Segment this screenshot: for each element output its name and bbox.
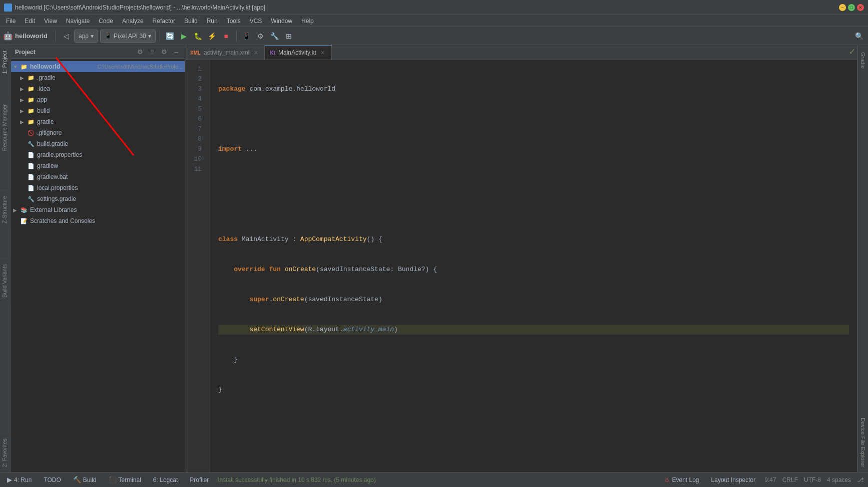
todo-status-btn[interactable]: TODO — [41, 475, 64, 484]
profiler-status-btn[interactable]: Profiler — [187, 475, 212, 484]
run-button[interactable]: ▶ — [178, 30, 190, 42]
menu-code[interactable]: Code — [95, 17, 117, 26]
root-folder-icon: 📁 — [20, 63, 28, 71]
run-status-btn[interactable]: ▶ 4: Run — [4, 475, 35, 484]
build-label: Build — [83, 476, 97, 483]
menu-help[interactable]: Help — [297, 17, 318, 26]
project-name-label: helloworld — [15, 32, 48, 40]
device-label: Pixel API 30 — [114, 33, 146, 40]
tree-item-gradle-properties[interactable]: 📄 gradle.properties — [11, 149, 185, 160]
code-editor: 1 2 3 4 5 6 7 8 9 10 11 package com.exam… — [185, 60, 857, 472]
layout-button[interactable]: ⊞ — [283, 30, 295, 42]
code-line-1: package com.example.helloworld — [218, 84, 849, 94]
tree-item-external-libs[interactable]: ▶ 📚 External Libraries — [11, 204, 185, 215]
sdk-button[interactable]: ⚙ — [255, 30, 267, 42]
menu-refactor[interactable]: Refactor — [149, 17, 179, 26]
title-text: helloworld [C:\Users\soft\AndroidStudioP… — [15, 4, 839, 11]
layout-inspector-btn[interactable]: Layout Inspector — [708, 475, 759, 484]
tree-item-scratches[interactable]: 📝 Scratches and Consoles — [11, 215, 185, 226]
ln-6: 6 — [185, 114, 206, 124]
menu-tools[interactable]: Tools — [223, 17, 245, 26]
ln-3: 3 — [185, 84, 206, 94]
z-structure-tab[interactable]: Z-Structure — [0, 190, 11, 228]
root-path: C:\Users\soft\AndroidStudioProje... — [97, 64, 183, 70]
tree-item-settings-gradle[interactable]: 🔧 settings.gradle — [11, 193, 185, 204]
tree-item-app[interactable]: ▶ 📁 app — [11, 94, 185, 105]
event-log-btn[interactable]: ⚠ Event Log — [661, 475, 702, 484]
logcat-status-btn[interactable]: 6: Logcat — [150, 475, 181, 484]
stop-button[interactable]: ■ — [220, 30, 232, 42]
code-content[interactable]: package com.example.helloworld import ..… — [210, 60, 857, 472]
panel-collapse-icon[interactable]: – — [172, 48, 181, 57]
menu-navigate[interactable]: Navigate — [62, 17, 94, 26]
build-gradle-icon: 🔧 — [27, 140, 35, 148]
search-everywhere-button[interactable]: 🔍 — [853, 30, 865, 42]
tree-item-build-gradle[interactable]: 🔧 build.gradle — [11, 138, 185, 149]
resource-manager-tab[interactable]: Resource Manager — [0, 99, 11, 156]
idea-folder-icon: 📁 — [27, 85, 35, 93]
title-bar: helloworld [C:\Users\soft\AndroidStudioP… — [0, 0, 868, 15]
app-config-dropdown[interactable]: app ▾ — [74, 30, 98, 43]
menu-bar: File Edit View Navigate Code Analyze Ref… — [0, 15, 868, 27]
maximize-button[interactable]: □ — [848, 4, 855, 11]
indent-display[interactable]: 4 spaces — [827, 476, 851, 483]
back-button[interactable]: ◁ — [60, 30, 72, 42]
ln-11: 11 — [185, 164, 206, 174]
terminal-status-btn[interactable]: ⬛ Terminal — [106, 475, 144, 484]
tree-root-item[interactable]: ▼ 📁 helloworld C:\Users\soft\AndroidStud… — [11, 61, 185, 72]
menu-analyze[interactable]: Analyze — [118, 17, 148, 26]
tab-activity-main-xml[interactable]: XML activity_main.xml ✕ — [185, 46, 265, 60]
tree-item-local-properties[interactable]: 📄 local.properties — [11, 182, 185, 193]
debug-button[interactable]: 🐛 — [192, 30, 204, 42]
menu-build[interactable]: Build — [180, 17, 202, 26]
main-toolbar: 🤖 helloworld ◁ app ▾ 📱 Pixel API 30 ▾ 🔄 … — [0, 27, 868, 45]
tree-arrow-external-libs: ▶ — [13, 207, 20, 213]
tree-item-gradlew-bat[interactable]: 📄 gradlew.bat — [11, 171, 185, 182]
device-dropdown[interactable]: 📱 Pixel API 30 ▾ — [100, 30, 156, 43]
device-file-explorer-tab[interactable]: Device File Explorer — [858, 413, 867, 472]
app-config-label: app — [79, 33, 89, 40]
project-tab[interactable]: 1: Project — [0, 45, 11, 79]
code-line-6: class MainActivity : AppCompatActivity()… — [218, 234, 849, 245]
gradle-side-tab[interactable]: Gradle — [858, 47, 867, 74]
panel-cog-icon[interactable]: ⚙ — [136, 48, 145, 57]
window-controls: – □ ✕ — [839, 4, 864, 11]
file-tree: ▼ 📁 helloworld C:\Users\soft\AndroidStud… — [11, 59, 185, 472]
build-status-btn[interactable]: 🔨 Build — [70, 475, 100, 484]
tree-item-gradle[interactable]: ▶ 📁 gradle — [11, 116, 185, 127]
charset-display[interactable]: UTF-8 — [804, 476, 821, 483]
build-variants-tab[interactable]: Build Variants — [0, 259, 11, 303]
sync-button[interactable]: 🔄 — [164, 30, 176, 42]
menu-run[interactable]: Run — [203, 17, 222, 26]
tree-item-idea[interactable]: ▶ 📁 .idea — [11, 83, 185, 94]
tree-item-gradle-hidden[interactable]: ▶ 📁 .gradle — [11, 72, 185, 83]
line-ending-display[interactable]: CRLF — [782, 476, 798, 483]
status-bar: ▶ 4: Run TODO 🔨 Build ⬛ Terminal 6: Logc… — [0, 472, 868, 487]
project-panel: Project ⚙ ≡ ⚙ – ▼ 📁 helloworld C:\Users\… — [11, 45, 185, 472]
tree-item-gradlew[interactable]: 📄 gradlew — [11, 160, 185, 171]
file-status-checkmark: ✓ — [848, 46, 856, 57]
panel-settings-icon[interactable]: ⚙ — [160, 48, 169, 57]
build-gradle-label: build.gradle — [37, 140, 183, 147]
close-button[interactable]: ✕ — [857, 4, 864, 11]
gradle-hidden-label: .gradle — [37, 74, 183, 81]
panel-filter-icon[interactable]: ≡ — [148, 48, 157, 57]
menu-edit[interactable]: Edit — [21, 17, 39, 26]
tree-item-gitignore[interactable]: 🚫 .gitignore — [11, 127, 185, 138]
favorites-tab[interactable]: 2: Favorites — [0, 433, 11, 472]
menu-window[interactable]: Window — [267, 17, 296, 26]
avd-button[interactable]: 📱 — [241, 30, 253, 42]
gradlew-label: gradlew — [37, 162, 183, 169]
toolbar-separator-1 — [56, 30, 56, 42]
minimize-button[interactable]: – — [839, 4, 846, 11]
kt-tab-close[interactable]: ✕ — [319, 49, 326, 56]
settings-button[interactable]: 🔧 — [269, 30, 281, 42]
menu-file[interactable]: File — [2, 17, 20, 26]
menu-view[interactable]: View — [40, 17, 61, 26]
profile-button[interactable]: ⚡ — [206, 30, 218, 42]
xml-tab-close[interactable]: ✕ — [252, 49, 259, 56]
tree-item-build[interactable]: ▶ 📁 build — [11, 105, 185, 116]
build-folder-icon: 📁 — [27, 107, 35, 115]
tab-mainactivity-kt[interactable]: Kt MainActivity.kt ✕ — [265, 45, 331, 60]
menu-vcs[interactable]: VCS — [246, 17, 266, 26]
